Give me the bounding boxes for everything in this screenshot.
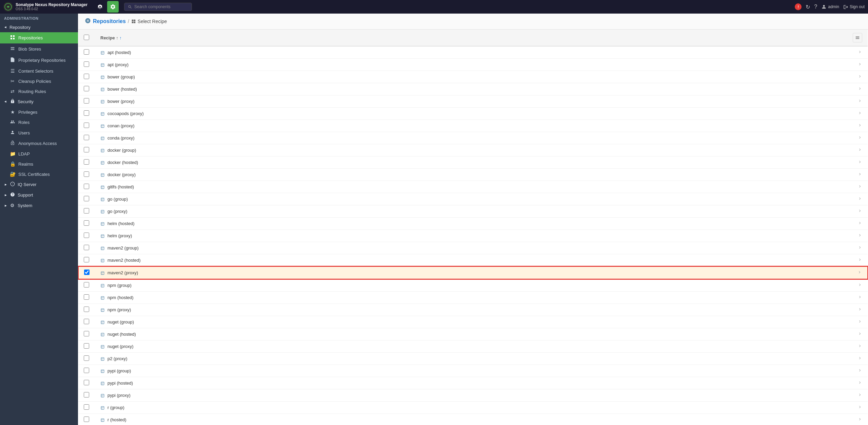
- packages-nav-btn[interactable]: [94, 1, 106, 13]
- row-checkbox[interactable]: [84, 343, 89, 349]
- table-row[interactable]: pypi (hosted): [78, 377, 868, 389]
- help-icon[interactable]: ?: [814, 4, 817, 10]
- sidebar-item-ssl-certificates[interactable]: 🔐 SSL Certificates: [0, 169, 78, 179]
- signout-button[interactable]: Sign out: [843, 4, 865, 10]
- row-arrow[interactable]: [847, 144, 868, 156]
- row-arrow[interactable]: [847, 95, 868, 108]
- table-row[interactable]: r (group): [78, 402, 868, 414]
- sidebar-item-privileges[interactable]: ★ Privileges: [0, 107, 78, 117]
- row-arrow[interactable]: [847, 340, 868, 353]
- row-arrow[interactable]: [847, 218, 868, 230]
- row-checkbox[interactable]: [84, 74, 89, 79]
- sidebar-item-roles[interactable]: Roles: [0, 117, 78, 128]
- table-row[interactable]: docker (proxy): [78, 169, 868, 181]
- row-checkbox[interactable]: [84, 233, 89, 238]
- row-arrow[interactable]: [847, 83, 868, 95]
- row-arrow[interactable]: [847, 353, 868, 365]
- row-arrow[interactable]: [847, 328, 868, 340]
- row-checkbox[interactable]: [84, 392, 89, 398]
- table-row[interactable]: nuget (proxy): [78, 340, 868, 353]
- row-arrow[interactable]: [847, 120, 868, 132]
- table-row[interactable]: bower (hosted): [78, 83, 868, 95]
- row-checkbox[interactable]: [84, 282, 89, 288]
- table-row[interactable]: apt (hosted): [78, 46, 868, 59]
- row-arrow[interactable]: [847, 205, 868, 218]
- alert-badge[interactable]: !: [795, 3, 802, 10]
- row-checkbox[interactable]: [84, 368, 89, 373]
- row-arrow[interactable]: [847, 304, 868, 316]
- row-checkbox[interactable]: [84, 98, 89, 104]
- row-arrow[interactable]: [847, 365, 868, 377]
- row-checkbox[interactable]: [84, 380, 89, 385]
- table-row[interactable]: cocoapods (proxy): [78, 108, 868, 120]
- table-row[interactable]: npm (group): [78, 279, 868, 292]
- sidebar-item-routing-rules[interactable]: ⇄ Routing Rules: [0, 86, 78, 96]
- table-row[interactable]: docker (hosted): [78, 156, 868, 169]
- row-arrow[interactable]: [847, 71, 868, 83]
- table-row[interactable]: maven2 (hosted): [78, 254, 868, 267]
- row-arrow[interactable]: [847, 59, 868, 71]
- row-checkbox[interactable]: [84, 208, 89, 214]
- row-arrow[interactable]: [847, 254, 868, 267]
- row-arrow[interactable]: [847, 402, 868, 414]
- table-row[interactable]: p2 (proxy): [78, 353, 868, 365]
- table-row[interactable]: nuget (group): [78, 316, 868, 328]
- table-row[interactable]: conan (proxy): [78, 120, 868, 132]
- search-input[interactable]: [134, 4, 188, 9]
- table-row[interactable]: go (proxy): [78, 205, 868, 218]
- table-row[interactable]: maven2 (proxy): [78, 266, 868, 279]
- row-checkbox[interactable]: [84, 49, 89, 55]
- row-checkbox[interactable]: [84, 196, 89, 201]
- row-checkbox[interactable]: [84, 257, 89, 262]
- breadcrumb-parent-link[interactable]: Repositories: [93, 18, 126, 24]
- sidebar-item-content-selectors[interactable]: ☰ Content Selectors: [0, 66, 78, 76]
- row-arrow[interactable]: [847, 132, 868, 144]
- sidebar-item-ldap[interactable]: 📁 LDAP: [0, 149, 78, 159]
- row-checkbox[interactable]: [84, 147, 89, 152]
- sidebar-group-iq-server[interactable]: ► IQ Server: [0, 179, 78, 190]
- sidebar-group-repository[interactable]: ▼ Repository: [0, 22, 78, 32]
- row-arrow[interactable]: [847, 169, 868, 181]
- row-arrow[interactable]: [847, 46, 868, 59]
- row-arrow[interactable]: [847, 230, 868, 242]
- row-arrow[interactable]: [847, 377, 868, 389]
- row-checkbox[interactable]: [84, 307, 89, 312]
- sidebar-item-anonymous-access[interactable]: Anonymous Access: [0, 138, 78, 149]
- row-checkbox[interactable]: [84, 86, 89, 91]
- table-row[interactable]: pypi (proxy): [78, 389, 868, 402]
- table-row[interactable]: bower (group): [78, 71, 868, 83]
- sidebar-item-realms[interactable]: 🔒 Realms: [0, 159, 78, 169]
- row-checkbox[interactable]: [84, 270, 90, 275]
- select-all-checkbox[interactable]: [84, 35, 89, 40]
- sidebar-item-users[interactable]: Users: [0, 128, 78, 138]
- row-checkbox[interactable]: [84, 355, 89, 361]
- row-checkbox[interactable]: [84, 319, 89, 324]
- table-row[interactable]: maven2 (group): [78, 242, 868, 254]
- row-checkbox[interactable]: [84, 110, 89, 116]
- sidebar-group-security[interactable]: ▼ Security: [0, 96, 78, 107]
- table-row[interactable]: apt (proxy): [78, 59, 868, 71]
- row-arrow[interactable]: [847, 266, 868, 279]
- row-checkbox[interactable]: [84, 404, 89, 410]
- row-arrow[interactable]: [847, 414, 868, 425]
- sidebar-item-cleanup-policies[interactable]: ✂ Cleanup Policies: [0, 76, 78, 86]
- table-row[interactable]: conda (proxy): [78, 132, 868, 144]
- row-checkbox[interactable]: [84, 61, 89, 67]
- row-arrow[interactable]: [847, 108, 868, 120]
- row-arrow[interactable]: [847, 242, 868, 254]
- table-row[interactable]: go (group): [78, 193, 868, 205]
- row-arrow[interactable]: [847, 279, 868, 292]
- th-recipe[interactable]: Recipe ↑: [95, 30, 847, 46]
- row-checkbox[interactable]: [84, 220, 89, 226]
- settings-nav-btn[interactable]: [107, 1, 119, 13]
- row-arrow[interactable]: [847, 389, 868, 402]
- row-arrow[interactable]: [847, 181, 868, 193]
- row-arrow[interactable]: [847, 156, 868, 169]
- table-row[interactable]: helm (proxy): [78, 230, 868, 242]
- table-row[interactable]: nuget (hosted): [78, 328, 868, 340]
- search-box[interactable]: [124, 3, 192, 11]
- table-row[interactable]: npm (proxy): [78, 304, 868, 316]
- table-settings-btn[interactable]: [853, 33, 862, 42]
- table-row[interactable]: helm (hosted): [78, 218, 868, 230]
- table-row[interactable]: r (hosted): [78, 414, 868, 425]
